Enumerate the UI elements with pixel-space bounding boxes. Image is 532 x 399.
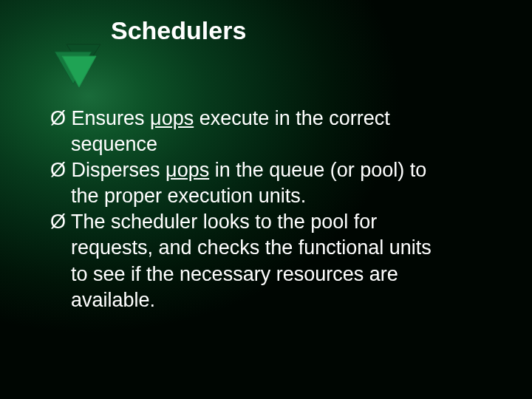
- bullet-marker-icon: Ø: [50, 159, 66, 181]
- slide: Schedulers Ø Ensures μops execute in the…: [0, 0, 532, 399]
- bullet-text: Disperses: [72, 159, 166, 181]
- bullet-text: execute in the correct: [194, 107, 390, 129]
- bullet-text: in the queue (or pool) to: [209, 159, 426, 181]
- underlined-term: μops: [150, 107, 194, 129]
- triangle-decoration-icon: [52, 41, 111, 96]
- bullet-continuation: to see if the necessary resources are: [50, 262, 494, 287]
- underlined-term: μops: [166, 159, 209, 181]
- bullet-continuation: requests, and checks the functional unit…: [50, 235, 494, 261]
- bullet-continuation: available.: [50, 287, 494, 313]
- content-area: Ø Ensures μops execute in the correct se…: [50, 106, 494, 313]
- bullet-item: Ø The scheduler looks to the pool for: [50, 209, 494, 235]
- bullet-marker-icon: Ø: [50, 211, 66, 233]
- bullet-marker-icon: Ø: [50, 107, 66, 129]
- bullet-text: Ensures: [72, 107, 151, 129]
- bullet-continuation: the proper execution units.: [50, 183, 494, 209]
- bullet-text: The scheduler looks to the pool for: [71, 211, 377, 233]
- bullet-continuation: sequence: [50, 132, 494, 157]
- slide-title: Schedulers: [111, 16, 246, 45]
- bullet-item: Ø Ensures μops execute in the correct: [50, 106, 494, 132]
- bullet-item: Ø Disperses μops in the queue (or pool) …: [50, 157, 494, 183]
